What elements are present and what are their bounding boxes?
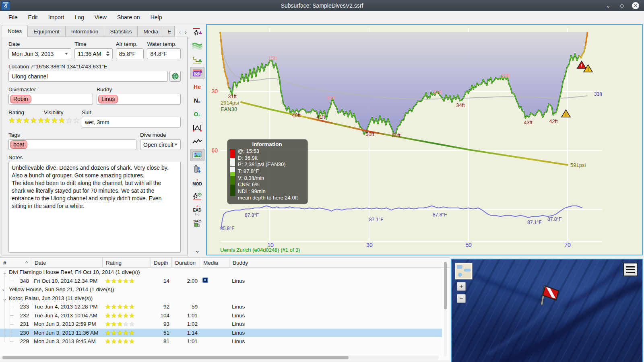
svg-text:43ft: 43ft — [524, 119, 533, 125]
dive-row[interactable]: 230Mon Jun 3, 2013 11:36 AM★★★★★511:14Li… — [0, 329, 442, 337]
dive-row[interactable]: 231Mon Jun 3, 2013 2:59 PM★★★★★931:02Lin… — [0, 320, 442, 329]
visibility-stars[interactable]: ★★★★★ — [44, 117, 82, 124]
column-date[interactable]: Date — [31, 258, 103, 267]
chevron-down-icon — [174, 144, 178, 146]
dive-site-flag-marker[interactable] — [536, 283, 560, 310]
tab-media[interactable]: Media — [138, 26, 164, 37]
tank-bar-icon[interactable] — [190, 162, 204, 175]
svg-text:87.8°F: 87.8°F — [245, 212, 259, 218]
maximize-icon[interactable]: ◇ — [618, 2, 625, 9]
photos-icon[interactable] — [190, 149, 204, 161]
trip-row[interactable]: ⌄Divi Flamingo House Reef, Fri Oct 10, 2… — [0, 268, 442, 277]
svg-text:85.8°F: 85.8°F — [220, 226, 234, 231]
column-buddy[interactable]: Buddy — [229, 258, 450, 267]
menu-file[interactable]: File — [4, 12, 22, 22]
close-icon[interactable]: ✕ — [632, 2, 639, 9]
menu-import[interactable]: Import — [44, 12, 69, 22]
location-label: Location 7°16'58.386"N 134°14'43.631"E — [8, 64, 181, 70]
svg-text:35ft: 35ft — [326, 95, 335, 101]
ascent-rate-icon[interactable] — [190, 26, 204, 38]
menu-edit[interactable]: Edit — [24, 12, 42, 22]
date-combobox[interactable]: Mon Jun 3, 2013 — [8, 48, 71, 59]
airtemp-field[interactable]: 85.8°F — [116, 48, 144, 59]
menu-help[interactable]: Help — [146, 12, 167, 22]
dive-row[interactable]: 348Fri Oct 10, 2014 12:34 PM★★★★★142:00L… — [0, 277, 442, 286]
dive-list-header[interactable]: #^DateRatingDepthDurationMediaBuddy — [0, 258, 450, 268]
trip-row[interactable]: ⌄Koror, Palau, Jun 2013 (11 dive(s)) — [0, 294, 442, 303]
time-label: Time — [74, 41, 113, 47]
divemaster-input[interactable]: Robin — [8, 94, 93, 105]
buddy-input[interactable]: Linus — [97, 94, 181, 105]
divemode-combobox[interactable]: Open circuit — [140, 139, 181, 150]
tab-statistics[interactable]: Statistics — [104, 26, 138, 37]
toolbar-scroll-down-icon[interactable]: ⌄ — [194, 246, 200, 255]
tooltip-line: V: 8.3ft/min — [238, 175, 298, 182]
column-depth[interactable]: Depth — [151, 258, 172, 267]
location-input[interactable]: Ulong channel — [8, 71, 168, 82]
ruler-icon[interactable] — [190, 121, 204, 134]
heartrate-icon[interactable] — [190, 135, 204, 148]
deco-time-icon[interactable] — [190, 190, 204, 202]
minimize-icon[interactable]: ⌄ — [605, 2, 612, 9]
calculated-ceiling-icon[interactable] — [190, 53, 204, 66]
ead-icon[interactable]: +EAD(...) — [190, 204, 204, 216]
dive-row[interactable]: 229Mon Jun 3, 2013 9:45 AM★★★★★811:01Lin… — [0, 337, 442, 346]
collapse-icon[interactable]: ⌄ — [2, 296, 7, 302]
map-menu-button[interactable] — [623, 263, 638, 276]
divemode-label: Dive mode — [140, 132, 181, 138]
tab-e[interactable]: E — [164, 26, 175, 37]
svg-text:Uemis Zurich (e04d0248) (#1 of: Uemis Zurich (e04d0248) (#1 of 3) — [220, 247, 300, 253]
mod-icon[interactable]: +MOD — [190, 176, 204, 189]
column-rating[interactable]: Rating — [103, 258, 151, 267]
column-media[interactable]: Media — [200, 258, 229, 267]
dc-ceiling-icon[interactable] — [190, 67, 204, 79]
globe-button[interactable] — [169, 71, 181, 82]
oxygen-graph-icon[interactable]: O₂ — [190, 108, 204, 120]
map-zoom-out-button[interactable]: − — [457, 294, 466, 303]
star-icon: ★ — [16, 116, 23, 125]
rating-stars[interactable]: ★★★★★ — [8, 117, 44, 124]
nitrogen-graph-icon[interactable]: N₂ — [190, 94, 204, 107]
tab-notes[interactable]: Notes — [2, 25, 28, 37]
star-icon: ★ — [73, 116, 80, 125]
menu-share-on[interactable]: Share on — [113, 12, 144, 22]
ceiling-shaded-icon[interactable] — [190, 39, 204, 52]
tooltip-color-strip — [230, 149, 235, 196]
tab-scroll-right-icon[interactable]: › — [185, 29, 187, 35]
rating-label: Rating — [8, 109, 44, 115]
notes-textarea[interactable]: Unbelievable dive. Dozens and dozens of … — [8, 162, 181, 253]
star-icon: ★ — [58, 116, 66, 125]
tab-information[interactable]: Information — [66, 26, 105, 37]
helium-graph-icon[interactable]: He — [190, 80, 204, 93]
suit-label: Suit — [82, 109, 181, 115]
collapse-icon[interactable]: ⌄ — [2, 269, 7, 276]
sac-icon[interactable]: SAC — [190, 217, 204, 230]
sort-ascending-icon: ^ — [25, 260, 28, 266]
column-number[interactable]: #^ — [0, 258, 31, 267]
tags-input[interactable]: boat — [8, 139, 136, 150]
tab-equipment[interactable]: Equipment — [28, 26, 66, 37]
spinner-arrows-icon[interactable] — [106, 51, 109, 56]
time-spinbox[interactable]: 11:36 AM — [74, 48, 113, 59]
map-panel[interactable]: + − — [451, 259, 643, 362]
media-thumbnail-icon[interactable] — [202, 278, 208, 283]
tooltip-line: NDL: 99min — [238, 188, 298, 195]
minimap-thumbnail[interactable] — [455, 263, 472, 279]
dive-list-horizontal-scrollbar[interactable] — [0, 356, 439, 360]
map-zoom-in-button[interactable]: + — [457, 282, 466, 291]
watertemp-field[interactable]: 84.8°F — [147, 48, 181, 59]
dive-row[interactable]: 232Tue Jun 4, 2013 10:04 AM★★★★★1041:01L… — [0, 311, 442, 320]
dive-row[interactable]: 233Tue Jun 4, 2013 12:28 PM★★★★★9259Linu… — [0, 302, 442, 311]
dive-list-vertical-scrollbar[interactable] — [444, 262, 447, 357]
menu-view[interactable]: View — [90, 12, 111, 22]
tab-scroll-left-icon[interactable]: ‹ — [179, 29, 181, 35]
watertemp-label: Water temp. — [147, 41, 181, 47]
star-icon: ★ — [44, 116, 51, 125]
menu-log[interactable]: Log — [70, 12, 88, 22]
suit-input[interactable]: wet, 3mm — [82, 117, 181, 128]
svg-text:33ft: 33ft — [594, 91, 603, 97]
app-logo-icon — [1, 1, 10, 10]
svg-text:591psi: 591psi — [570, 162, 586, 168]
column-duration[interactable]: Duration — [172, 258, 200, 267]
trip-row[interactable]: ›Yellow House, Sun Sep 21, 2014 (1 dive(… — [0, 285, 442, 294]
